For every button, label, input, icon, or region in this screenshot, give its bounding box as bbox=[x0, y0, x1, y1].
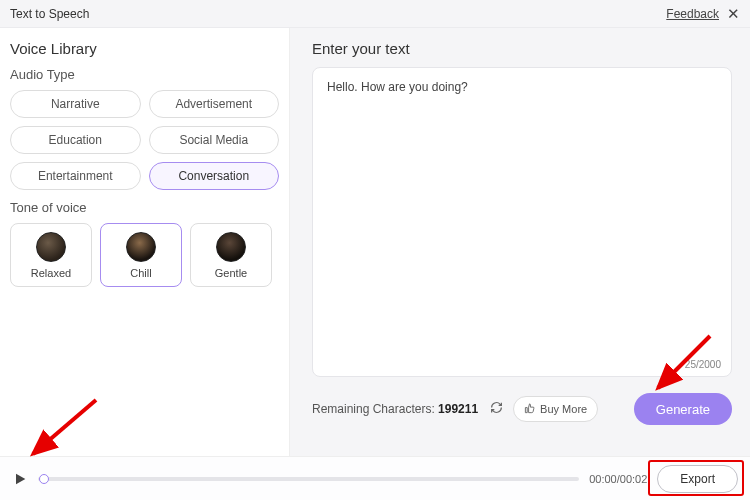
voice-library-title: Voice Library bbox=[10, 40, 279, 57]
header-right: Feedback ✕ bbox=[666, 5, 740, 23]
page-title: Text to Speech bbox=[10, 7, 89, 21]
time-total: 00:02 bbox=[620, 473, 648, 485]
tone-label-text: Relaxed bbox=[31, 267, 71, 279]
tone-chill[interactable]: Chill bbox=[100, 223, 182, 287]
remaining-characters: Remaining Characters: 199211 bbox=[312, 402, 478, 416]
audio-type-social-media[interactable]: Social Media bbox=[149, 126, 280, 154]
tone-gentle[interactable]: Gentle bbox=[190, 223, 272, 287]
main: Enter your text 25/2000 Remaining Charac… bbox=[290, 28, 750, 456]
tone-label: Tone of voice bbox=[10, 200, 279, 215]
audio-type-label: Audio Type bbox=[10, 67, 279, 82]
refresh-icon[interactable] bbox=[490, 401, 503, 417]
generate-button[interactable]: Generate bbox=[634, 393, 732, 425]
close-icon[interactable]: ✕ bbox=[727, 5, 740, 23]
char-max: 2000 bbox=[699, 359, 721, 370]
feedback-link[interactable]: Feedback bbox=[666, 7, 719, 21]
audio-type-grid: Narrative Advertisement Education Social… bbox=[10, 90, 279, 190]
audio-type-conversation[interactable]: Conversation bbox=[149, 162, 280, 190]
tone-label-text: Gentle bbox=[215, 267, 247, 279]
audio-type-entertainment[interactable]: Entertainment bbox=[10, 162, 141, 190]
tone-row: Relaxed Chill Gentle bbox=[10, 223, 279, 287]
tone-relaxed[interactable]: Relaxed bbox=[10, 223, 92, 287]
avatar bbox=[36, 232, 66, 262]
time-display: 00:00/00:02 bbox=[589, 473, 647, 485]
audio-type-narrative[interactable]: Narrative bbox=[10, 90, 141, 118]
header: Text to Speech Feedback ✕ bbox=[0, 0, 750, 28]
below-row: Remaining Characters: 199211 Buy More Ge… bbox=[312, 393, 732, 425]
play-button[interactable] bbox=[12, 471, 28, 487]
char-used: 25 bbox=[685, 359, 696, 370]
avatar bbox=[126, 232, 156, 262]
remaining-label: Remaining Characters: bbox=[312, 402, 435, 416]
progress-thumb[interactable] bbox=[39, 474, 49, 484]
remaining-value: 199211 bbox=[438, 402, 478, 416]
audio-type-education[interactable]: Education bbox=[10, 126, 141, 154]
progress-track[interactable] bbox=[38, 477, 579, 481]
buy-more-label: Buy More bbox=[540, 403, 587, 415]
footer: 00:00/00:02 Export bbox=[0, 456, 750, 500]
tone-label-text: Chill bbox=[130, 267, 151, 279]
text-input-wrap: 25/2000 bbox=[312, 67, 732, 377]
avatar bbox=[216, 232, 246, 262]
text-input[interactable] bbox=[327, 80, 717, 356]
sidebar: Voice Library Audio Type Narrative Adver… bbox=[0, 28, 290, 456]
content: Voice Library Audio Type Narrative Adver… bbox=[0, 28, 750, 456]
buy-more-button[interactable]: Buy More bbox=[513, 396, 598, 422]
time-elapsed: 00:00 bbox=[589, 473, 617, 485]
audio-type-advertisement[interactable]: Advertisement bbox=[149, 90, 280, 118]
char-count: 25/2000 bbox=[685, 359, 721, 370]
enter-text-label: Enter your text bbox=[312, 40, 732, 57]
thumbs-up-icon bbox=[524, 403, 535, 416]
export-button[interactable]: Export bbox=[657, 465, 738, 493]
